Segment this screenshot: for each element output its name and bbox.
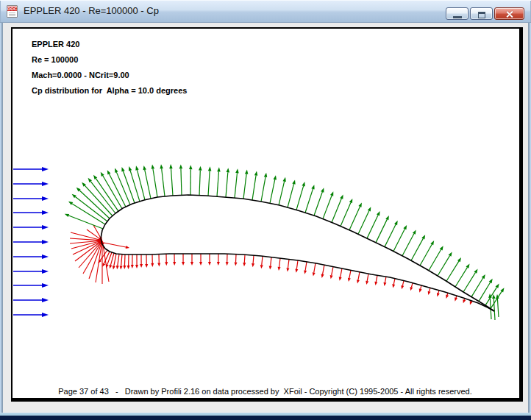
maximize-icon (478, 12, 485, 18)
maximize-button[interactable] (470, 7, 493, 20)
minimize-icon (453, 16, 462, 18)
doc-icon: DOC (7, 5, 18, 18)
minimize-button[interactable] (446, 7, 468, 20)
mach-ncrit-label: Mach=0.0000 - NCrit=9.00 (32, 68, 187, 83)
doc-icon-lines (9, 13, 15, 13)
close-icon (505, 10, 513, 18)
app-window: DOC EPPLER 420 - Re=100000 - Cp EPPLER 4… (0, 0, 531, 420)
reynolds-label: Re = 100000 (32, 52, 187, 68)
window-title: EPPLER 420 - Re=100000 - Cp (24, 5, 159, 16)
window-frame-right (528, 23, 531, 413)
plot-header: EPPLER 420 Re = 100000 Mach=0.0000 - NCr… (32, 37, 187, 99)
titlebar[interactable]: DOC EPPLER 420 - Re=100000 - Cp (0, 0, 531, 23)
plot-footer: Page 37 of 43 - Drawn by Profili 2.16 on… (11, 387, 519, 396)
close-button[interactable] (494, 7, 524, 20)
airfoil-name-label: EPPLER 420 (32, 37, 187, 52)
cp-alpha-label: Cp distribution for Alpha = 10.0 degrees (32, 83, 187, 99)
taskbar-strip (0, 416, 531, 420)
doc-icon-label: DOC (7, 7, 17, 11)
